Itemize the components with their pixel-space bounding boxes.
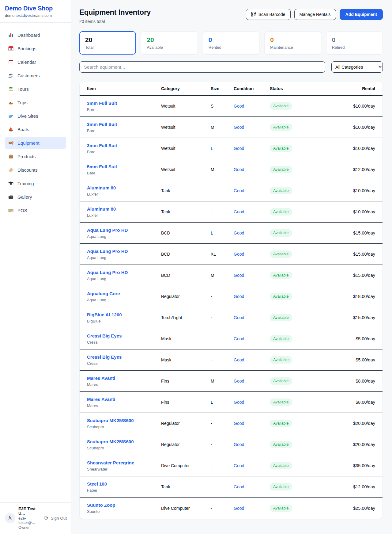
stat-card-total[interactable]: 20 Total xyxy=(79,31,136,55)
sidebar-nav: Dashboard 17 Bookings Calendar Customers… xyxy=(0,23,71,502)
item-brand: Mares xyxy=(87,403,161,408)
item-name-link[interactable]: Aqualung Core xyxy=(87,291,120,296)
sidebar-item-label: Tours xyxy=(17,86,29,92)
condition-link[interactable]: Good xyxy=(234,294,244,299)
item-category: Tank xyxy=(161,484,211,489)
condition-link[interactable]: Good xyxy=(234,336,244,341)
condition-link[interactable]: Good xyxy=(234,146,244,151)
item-name-link[interactable]: Aluminum 80 xyxy=(87,185,116,190)
add-equipment-button[interactable]: Add Equipment xyxy=(340,9,383,20)
condition-link[interactable]: Good xyxy=(234,463,244,468)
item-name-link[interactable]: Aqua Lung Pro HD xyxy=(87,249,128,254)
item-name-link[interactable]: 5mm Full Suit xyxy=(87,164,117,169)
scan-barcode-button[interactable]: Scan Barcode xyxy=(246,9,291,20)
page-header: Equipment Inventory 20 items total xyxy=(79,8,383,24)
sign-out-icon xyxy=(44,515,49,521)
stat-card-maintenance[interactable]: 0 Maintenance xyxy=(264,31,321,55)
item-rental: $20.00/day xyxy=(319,421,375,426)
condition-link[interactable]: Good xyxy=(234,231,244,235)
item-brand: Aqua Lung xyxy=(87,234,161,239)
item-category: Regulator xyxy=(161,294,211,299)
item-name-link[interactable]: Aqua Lung Pro HD xyxy=(87,270,128,275)
condition-link[interactable]: Good xyxy=(234,252,244,257)
condition-link[interactable]: Good xyxy=(234,506,244,511)
item-name-link[interactable]: 3mm Full Suit xyxy=(87,122,117,127)
item-name-link[interactable]: BigBlue AL1200 xyxy=(87,312,122,317)
package-icon xyxy=(8,154,14,159)
search-input[interactable] xyxy=(79,61,325,73)
sidebar-item-equipment[interactable]: Equipment xyxy=(5,137,66,149)
item-size: - xyxy=(211,442,234,447)
item-brand: Aqua Lung xyxy=(87,298,161,302)
item-name-link[interactable]: Mares Avanti xyxy=(87,376,115,381)
item-name-link[interactable]: Steel 100 xyxy=(87,481,107,486)
item-brand: Aqua Lung xyxy=(87,277,161,281)
brand-title[interactable]: Demo Dive Shop xyxy=(5,5,66,12)
item-category: Dive Computer xyxy=(161,463,211,468)
item-name-link[interactable]: Aluminum 80 xyxy=(87,206,116,212)
condition-link[interactable]: Good xyxy=(234,188,244,193)
stat-card-rented[interactable]: 0 Rented xyxy=(203,31,259,55)
sidebar-item-calendar[interactable]: Calendar xyxy=(5,56,66,68)
condition-link[interactable]: Good xyxy=(234,125,244,130)
sidebar-item-customers[interactable]: Customers xyxy=(5,69,66,82)
condition-link[interactable]: Good xyxy=(234,379,244,383)
status-badge: Available xyxy=(270,314,292,321)
condition-link[interactable]: Good xyxy=(234,315,244,320)
condition-link[interactable]: Good xyxy=(234,104,244,109)
sidebar-item-dive-sites[interactable]: Dive Sites xyxy=(5,110,66,122)
item-name-link[interactable]: 3mm Full Suit xyxy=(87,143,117,148)
sidebar-item-boats[interactable]: Boats xyxy=(5,123,66,135)
table-row: 3mm Full Suit Bare Wetsuit L Good Availa… xyxy=(80,138,383,159)
sidebar-item-gallery[interactable]: Gallery xyxy=(5,191,66,203)
item-category: Torch/Light xyxy=(161,315,211,320)
item-name-link[interactable]: 3mm Full Suit xyxy=(87,101,117,106)
condition-link[interactable]: Good xyxy=(234,167,244,172)
item-name-link[interactable]: Scubapro MK25/S600 xyxy=(87,439,134,444)
sidebar-item-tours[interactable]: Tours xyxy=(5,83,66,95)
camera-icon xyxy=(8,194,14,200)
condition-link[interactable]: Good xyxy=(234,442,244,447)
stat-card-retired[interactable]: 0 Retired xyxy=(326,31,383,55)
sidebar-item-training[interactable]: Training xyxy=(5,177,66,189)
grad-cap-icon xyxy=(8,181,14,186)
item-name-link[interactable]: Mares Avanti xyxy=(87,397,115,402)
sidebar-item-label: Boats xyxy=(17,127,29,132)
condition-link[interactable]: Good xyxy=(234,273,244,278)
condition-link[interactable]: Good xyxy=(234,484,244,489)
sidebar-item-bookings[interactable]: 17 Bookings xyxy=(5,42,66,55)
sidebar-item-dashboard[interactable]: Dashboard xyxy=(5,29,66,41)
status-badge: Available xyxy=(270,187,292,194)
item-name-link[interactable]: Suunto Zoop xyxy=(87,502,115,508)
item-brand: Luxfer xyxy=(87,192,161,196)
condition-link[interactable]: Good xyxy=(234,421,244,426)
manage-rentals-button[interactable]: Manage Rentals xyxy=(294,9,336,20)
item-name-link[interactable]: Cressi Big Eyes xyxy=(87,333,122,338)
item-name-link[interactable]: Aqua Lung Pro HD xyxy=(87,227,128,233)
item-size: - xyxy=(211,421,234,426)
sidebar-item-trips[interactable]: Trips xyxy=(5,96,66,109)
scan-barcode-label: Scan Barcode xyxy=(258,12,285,17)
item-name-link[interactable]: Cressi Big Eyes xyxy=(87,354,122,360)
item-size: - xyxy=(211,463,234,468)
condition-link[interactable]: Good xyxy=(234,357,244,362)
sign-out-button[interactable]: Sign Out xyxy=(44,515,67,521)
category-select[interactable]: All Categories xyxy=(331,61,383,73)
calendar-date-icon: 17 xyxy=(8,46,14,51)
item-category: Regulator xyxy=(161,442,211,447)
table-row: Aluminum 80 Luxfer Tank - Good Available… xyxy=(80,180,383,201)
table-row: Aqualung Core Aqua Lung Regulator - Good… xyxy=(80,286,383,307)
brand-domain: demo.test.divestreams.com xyxy=(5,13,66,18)
item-name-link[interactable]: Scubapro MK25/S600 xyxy=(87,418,134,423)
sidebar-item-discounts[interactable]: Discounts xyxy=(5,164,66,176)
condition-link[interactable]: Good xyxy=(234,400,244,405)
item-name-link[interactable]: Shearwater Peregrine xyxy=(87,460,134,465)
condition-link[interactable]: Good xyxy=(234,209,244,214)
sidebar-item-label: Customers xyxy=(17,73,40,78)
header-actions: Scan Barcode Manage Rentals Add Equipmen… xyxy=(246,9,383,20)
sidebar-item-products[interactable]: Products xyxy=(5,150,66,162)
status-badge: Available xyxy=(270,377,292,385)
sidebar-item-pos[interactable]: POS xyxy=(5,204,66,216)
stat-card-available[interactable]: 20 Available xyxy=(141,31,198,55)
table-row: Scubapro MK25/S600 Scubapro Regulator - … xyxy=(80,434,383,455)
